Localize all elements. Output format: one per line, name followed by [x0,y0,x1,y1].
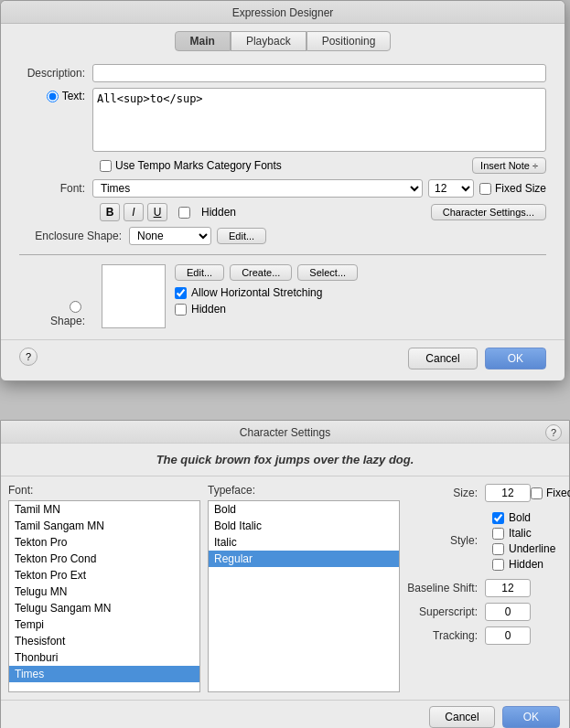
italic-option: Italic [485,527,555,540]
font-item-times[interactable]: Times [9,666,199,682]
cs-style-label: Style: [407,534,485,547]
hidden-option: Hidden [485,558,555,571]
tracking-input[interactable] [485,626,531,645]
insert-note-button[interactable]: Insert Note ÷ [472,157,546,174]
cs-hidden-label: Hidden [509,558,543,571]
allow-horizontal-checkbox[interactable] [175,287,187,299]
font-select[interactable]: Times [92,179,423,198]
typeface-bold-italic[interactable]: Bold Italic [209,518,399,534]
font-list-container: Font: Tamil MN Tamil Sangam MN Tekton Pr… [8,484,200,692]
tempo-row: Use Tempo Marks Category Fonts Insert No… [19,157,546,174]
font-item-tekton-pro-cond[interactable]: Tekton Pro Cond [9,551,199,567]
shape-hidden-row: Hidden [175,303,546,316]
tempo-marks-checkbox[interactable] [100,160,112,172]
font-item-tekton-pro[interactable]: Tekton Pro [9,534,199,551]
enclosure-label: Enclosure Shape: [19,230,129,242]
shape-edit-button[interactable]: Edit... [175,264,224,281]
font-item-tamil-sangam[interactable]: Tamil Sangam MN [9,518,199,534]
font-item-thesisfont[interactable]: Thesisfont [9,633,199,649]
panel-cancel-button[interactable]: Cancel [429,706,494,728]
panel-body: Font: Tamil MN Tamil Sangam MN Tekton Pr… [1,476,569,700]
shape-create-button[interactable]: Create... [230,264,292,281]
baseline-label: Baseline Shift: [407,582,485,594]
style-row-cs: Style: Bold Italic Underline [407,508,570,573]
tab-bar: Main Playback Positioning [1,24,565,57]
size-row: Size: Fixed [407,484,570,502]
shape-select-button[interactable]: Select... [297,264,358,281]
description-row: Description: [19,64,546,82]
cs-fixed-checkbox[interactable] [531,487,543,499]
cancel-button[interactable]: Cancel [408,348,477,369]
tab-playback[interactable]: Playback [231,31,307,51]
typeface-container: Typeface: Bold Bold Italic Italic Regula… [208,484,400,692]
typeface-regular[interactable]: Regular [209,551,399,567]
char-settings-button[interactable]: Character Settings... [431,204,546,220]
cs-bold-checkbox[interactable] [492,512,504,524]
cs-italic-label: Italic [509,527,532,540]
typeface-bold[interactable]: Bold [209,501,399,518]
description-input[interactable] [92,64,546,82]
tempo-marks-label: Use Tempo Marks Category Fonts [115,159,282,172]
underline-option: Underline [485,542,555,555]
font-list[interactable]: Tamil MN Tamil Sangam MN Tekton Pro Tekt… [8,500,200,692]
font-list-label: Font: [8,484,200,497]
shape-label: Shape: [19,315,85,327]
text-textarea[interactable]: All<sup>to</sup> [92,88,546,152]
typeface-italic[interactable]: Italic [209,534,399,551]
text-radio-label: Text: [19,88,92,102]
panel-ok-button[interactable]: OK [502,706,560,728]
font-item-telugu-mn[interactable]: Telugu MN [9,583,199,600]
ok-button[interactable]: OK [485,348,546,369]
cs-underline-checkbox[interactable] [492,543,504,555]
font-item-tempi[interactable]: Tempi [9,616,199,633]
baseline-row: Baseline Shift: [407,579,570,597]
cs-italic-checkbox[interactable] [492,528,504,540]
shape-hidden-label: Hidden [191,303,226,316]
bold-button[interactable]: B [100,203,120,221]
tracking-label: Tracking: [407,629,485,642]
shape-hidden-checkbox[interactable] [175,304,187,316]
enclosure-edit-button[interactable]: Edit... [217,228,266,244]
tracking-row: Tracking: [407,626,570,645]
font-item-tamil-mn[interactable]: Tamil MN [9,501,199,518]
fixed-size-row: Fixed Size [479,182,546,195]
superscript-input[interactable] [485,603,531,621]
shape-radio[interactable] [70,301,81,313]
underline-button[interactable]: U [147,203,167,221]
hidden-label: Hidden [201,206,236,219]
shape-radio-area: Shape: [19,264,92,327]
cs-hidden-checkbox[interactable] [492,559,504,571]
shape-preview [102,264,166,328]
panel-help-button[interactable]: ? [545,424,562,441]
fixed-size-checkbox[interactable] [479,183,491,195]
allow-horizontal-label: Allow Horizontal Stretching [191,286,322,299]
tab-positioning[interactable]: Positioning [307,31,392,51]
tab-main[interactable]: Main [175,31,231,51]
font-row: Font: Times 12 Fixed Size [19,179,546,198]
typeface-list[interactable]: Bold Bold Italic Italic Regular [208,500,400,692]
font-item-tekton-pro-ext[interactable]: Tekton Pro Ext [9,567,199,583]
enclosure-select[interactable]: None [129,227,211,245]
fixed-size-label: Fixed Size [495,182,546,195]
cs-underline-label: Underline [509,542,555,555]
enclosure-row: Enclosure Shape: None Edit... [19,227,546,245]
description-label: Description: [19,67,92,80]
help-button[interactable]: ? [19,348,38,366]
char-settings-panel: Character Settings ? The quick brown fox… [0,420,570,728]
baseline-input[interactable] [485,579,531,597]
italic-button[interactable]: I [124,203,144,221]
hidden-checkbox[interactable] [178,207,190,219]
text-radio[interactable] [47,91,59,102]
shape-section: Shape: Edit... Create... Select... Allow… [19,264,546,328]
font-label: Font: [19,182,92,195]
panel-title-text: Character Settings [240,426,330,439]
preview-text: The quick brown fox jumps over the lazy … [1,444,569,476]
style-row: B I U Hidden Character Settings... [19,203,546,221]
text-label: Text: [62,90,85,102]
font-item-telugu-sangam[interactable]: Telugu Sangam MN [9,600,199,616]
size-select[interactable]: 12 [428,179,474,198]
font-item-thonburi[interactable]: Thonburi [9,649,199,666]
divider [19,254,546,255]
cs-bold-label: Bold [509,511,531,524]
size-input[interactable] [485,484,531,502]
